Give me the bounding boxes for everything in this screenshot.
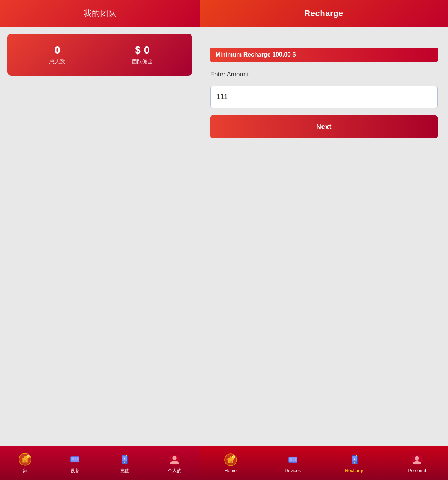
left-content-area xyxy=(0,76,200,446)
total-count-value: 0 xyxy=(54,44,60,56)
left-nav-devices-label: 设备 xyxy=(70,468,79,474)
svg-rect-8 xyxy=(77,457,79,460)
home-icon-right xyxy=(224,453,237,467)
right-nav-recharge[interactable]: $ Recharge xyxy=(324,453,386,473)
left-header-title: 我的团队 xyxy=(84,8,116,19)
recharge-icon-right: $ xyxy=(348,453,361,467)
team-commission-value: $ 0 xyxy=(135,44,149,56)
svg-point-18 xyxy=(232,456,235,459)
svg-point-11 xyxy=(124,461,125,463)
right-nav-personal-label: Personal xyxy=(408,468,426,473)
svg-text:$: $ xyxy=(354,458,355,461)
left-nav-home-label: 家 xyxy=(23,468,27,474)
left-nav-recharge-label: 充值 xyxy=(120,468,129,474)
svg-rect-6 xyxy=(75,457,76,459)
enter-amount-label: Enter Amount xyxy=(210,71,438,78)
left-nav-personal-label: 个人的 xyxy=(168,468,181,474)
team-commission-stat: $ 0 团队佣金 xyxy=(100,44,185,65)
right-nav-recharge-label: Recharge xyxy=(345,468,364,473)
svg-rect-23 xyxy=(295,458,296,461)
svg-point-3 xyxy=(26,455,29,458)
personal-icon xyxy=(168,453,181,466)
stats-card: 0 总人数 $ 0 团队佣金 xyxy=(7,34,192,76)
right-nav-home-label: Home xyxy=(225,468,237,473)
total-count-label: 总人数 xyxy=(49,58,65,65)
right-header-title: Recharge xyxy=(304,9,343,18)
left-nav-recharge[interactable]: $ 充值 xyxy=(100,453,150,474)
svg-rect-2 xyxy=(24,460,26,462)
total-count-stat: 0 总人数 xyxy=(15,44,100,65)
right-panel: Recharge Minimum Recharge 100.00 $ Enter… xyxy=(200,0,448,480)
recharge-icon: $ xyxy=(118,453,131,466)
svg-point-29 xyxy=(415,456,419,461)
next-button[interactable]: Next xyxy=(210,115,438,138)
svg-rect-17 xyxy=(230,461,232,463)
left-bottom-nav: 家 设备 $ xyxy=(0,446,200,480)
right-content-area: Minimum Recharge 100.00 $ Enter Amount N… xyxy=(200,27,448,446)
svg-point-14 xyxy=(173,456,177,460)
personal-icon-right xyxy=(410,453,424,467)
right-nav-personal[interactable]: Personal xyxy=(386,453,448,473)
amount-input[interactable] xyxy=(210,86,438,108)
svg-rect-7 xyxy=(75,459,76,460)
svg-text:$: $ xyxy=(124,457,125,460)
right-header: Recharge xyxy=(200,0,448,27)
svg-rect-21 xyxy=(293,458,294,459)
home-icon xyxy=(18,453,32,466)
left-panel: 我的团队 0 总人数 $ 0 团队佣金 家 xyxy=(0,0,200,480)
right-nav-devices[interactable]: Devices xyxy=(262,453,324,473)
left-nav-devices[interactable]: 设备 xyxy=(50,453,100,474)
right-nav-devices-label: Devices xyxy=(285,468,301,473)
svg-rect-20 xyxy=(289,458,292,461)
team-commission-label: 团队佣金 xyxy=(132,58,153,65)
left-nav-personal[interactable]: 个人的 xyxy=(150,453,200,474)
devices-icon-right xyxy=(286,453,300,467)
svg-rect-22 xyxy=(293,460,294,461)
left-nav-home[interactable]: 家 xyxy=(0,453,50,474)
devices-icon xyxy=(68,453,82,466)
minimum-recharge-banner: Minimum Recharge 100.00 $ xyxy=(210,48,438,62)
left-header: 我的团队 xyxy=(0,0,200,27)
right-bottom-nav: Home Devices $ xyxy=(200,446,448,480)
right-nav-home[interactable]: Home xyxy=(200,453,262,473)
svg-rect-5 xyxy=(71,457,74,460)
svg-point-26 xyxy=(354,462,355,464)
right-spacer xyxy=(210,146,438,439)
